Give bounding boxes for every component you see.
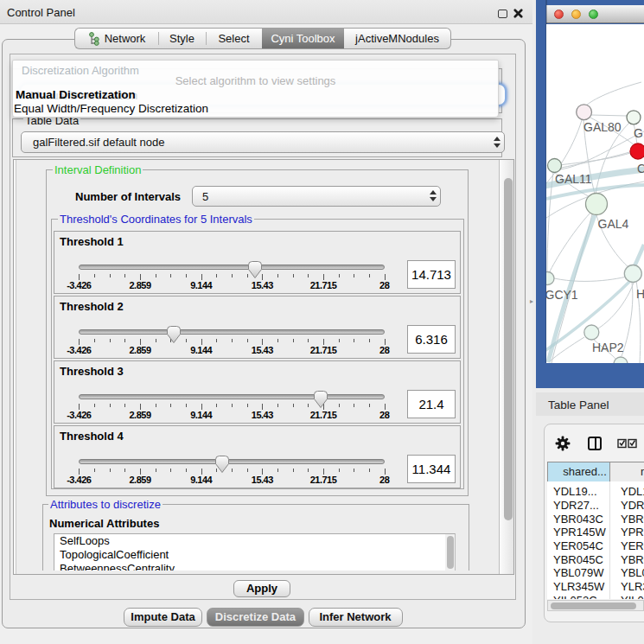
svg-text:H: H — [636, 287, 644, 301]
svg-text:GAL4: GAL4 — [598, 217, 629, 231]
svg-text:HAP2: HAP2 — [592, 341, 624, 354]
svg-text:GAL80: GAL80 — [583, 120, 622, 134]
svg-text:G..: G.. — [634, 126, 644, 140]
svg-text:C: C — [637, 162, 644, 175]
svg-text:GAL11: GAL11 — [555, 172, 592, 186]
svg-text:GCY1: GCY1 — [546, 288, 578, 302]
